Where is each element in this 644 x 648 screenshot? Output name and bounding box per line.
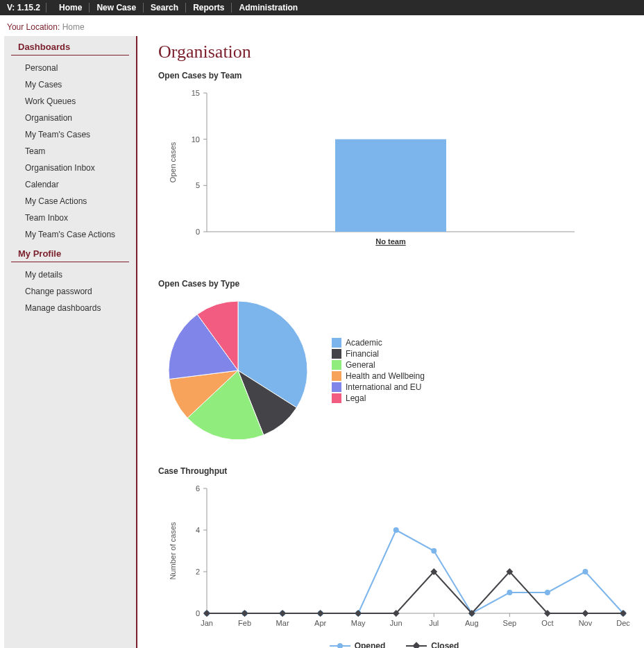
- sidebar-item-my-details[interactable]: My details: [4, 266, 136, 283]
- svg-text:2: 2: [196, 568, 200, 576]
- sidebar-item-my-cases[interactable]: My Cases: [4, 76, 136, 93]
- svg-point-54: [431, 548, 437, 554]
- chart-title-type: Open Cases by Type: [158, 279, 630, 289]
- svg-rect-64: [355, 610, 362, 617]
- svg-text:Jul: Jul: [429, 619, 439, 627]
- line-legend: Opened Closed: [158, 641, 630, 648]
- sidebar-item-personal[interactable]: Personal: [4, 60, 136, 76]
- pie-legend: Academic Financial General Health and We…: [332, 336, 425, 404]
- legend-intl[interactable]: International and EU: [332, 382, 425, 392]
- chart-open-cases-by-type: Open Cases by Type Academic Financial Ge…: [158, 279, 630, 447]
- legend-closed[interactable]: Closed: [406, 641, 459, 648]
- svg-text:0: 0: [196, 609, 200, 617]
- svg-text:5: 5: [196, 181, 200, 189]
- legend-health[interactable]: Health and Wellbeing: [332, 371, 425, 381]
- sidebar-item-work-queues[interactable]: Work Queues: [4, 93, 136, 110]
- svg-rect-60: [203, 610, 210, 617]
- legend-academic[interactable]: Academic: [332, 338, 425, 348]
- svg-point-56: [507, 590, 512, 595]
- breadcrumb-label: Your Location:: [7, 22, 60, 32]
- chart-open-cases-by-team: Open Cases by Team 051015Open casesNo te…: [158, 71, 630, 259]
- sidebar-list-my-profile: My details Change password Manage dashbo…: [4, 266, 136, 316]
- breadcrumb: Your Location: Home: [0, 15, 644, 36]
- svg-text:15: 15: [192, 89, 200, 97]
- legend-opened[interactable]: Opened: [330, 641, 386, 648]
- sidebar-item-change-password[interactable]: Change password: [4, 283, 136, 300]
- sidebar-item-team-inbox[interactable]: Team Inbox: [4, 210, 136, 226]
- svg-rect-70: [582, 610, 589, 617]
- svg-text:Mar: Mar: [276, 619, 289, 627]
- sidebar-item-calendar[interactable]: Calendar: [4, 176, 136, 193]
- nav-home[interactable]: Home: [52, 3, 90, 12]
- page-title: Organisation: [158, 42, 630, 62]
- svg-text:May: May: [351, 619, 366, 627]
- svg-text:4: 4: [196, 526, 200, 534]
- sidebar-heading-my-profile: My Profile: [11, 243, 129, 262]
- sidebar-item-my-teams-case-actions[interactable]: My Team's Case Actions: [4, 226, 136, 243]
- svg-text:Feb: Feb: [238, 619, 251, 627]
- sidebar-item-organisation[interactable]: Organisation: [4, 110, 136, 126]
- svg-text:Aug: Aug: [465, 619, 479, 627]
- sidebar-item-manage-dashboards[interactable]: Manage dashboards: [4, 300, 136, 316]
- legend-general[interactable]: General: [332, 360, 425, 370]
- main-content: Organisation Open Cases by Team 051015Op…: [137, 36, 644, 648]
- line-chart-svg: 0246JanFebMarAprMayJunJulAugSepOctNovDec…: [158, 481, 630, 634]
- nav-reports[interactable]: Reports: [186, 3, 232, 12]
- legend-financial[interactable]: Financial: [332, 349, 425, 359]
- svg-text:6: 6: [196, 484, 200, 493]
- svg-text:No team: No team: [375, 237, 406, 246]
- svg-point-58: [582, 569, 588, 574]
- svg-text:Open cases: Open cases: [169, 142, 177, 182]
- svg-rect-11: [335, 139, 446, 232]
- svg-rect-62: [279, 610, 286, 617]
- sidebar-item-my-teams-cases[interactable]: My Team's Cases: [4, 126, 136, 143]
- sidebar-heading-dashboards: Dashboards: [11, 36, 129, 56]
- svg-point-57: [545, 590, 550, 595]
- svg-text:Jun: Jun: [390, 619, 402, 627]
- bar-chart-svg: 051015Open casesNo team: [158, 86, 588, 259]
- sidebar-item-team[interactable]: Team: [4, 143, 136, 160]
- svg-text:0: 0: [196, 228, 200, 236]
- version-label: V: 1.15.2: [7, 3, 46, 12]
- svg-rect-61: [242, 610, 248, 617]
- nav-new-case[interactable]: New Case: [90, 3, 144, 12]
- breadcrumb-location: Home: [62, 22, 85, 32]
- chart-case-throughput: Case Throughput 0246JanFebMarAprMayJunJu…: [158, 466, 630, 648]
- nav-search[interactable]: Search: [144, 3, 186, 12]
- svg-text:Dec: Dec: [616, 619, 630, 627]
- sidebar: Dashboards Personal My Cases Work Queues…: [4, 36, 137, 648]
- svg-text:Apr: Apr: [314, 619, 326, 627]
- nav-administration[interactable]: Administration: [232, 3, 305, 12]
- svg-text:Oct: Oct: [541, 619, 553, 627]
- sidebar-item-organisation-inbox[interactable]: Organisation Inbox: [4, 160, 136, 176]
- svg-text:Number of cases: Number of cases: [169, 522, 177, 580]
- chart-title-throughput: Case Throughput: [158, 466, 630, 476]
- legend-legal[interactable]: Legal: [332, 393, 425, 403]
- svg-text:Nov: Nov: [579, 619, 593, 627]
- svg-text:Jan: Jan: [201, 619, 213, 627]
- svg-rect-63: [317, 610, 324, 617]
- chart-title-team: Open Cases by Team: [158, 71, 630, 80]
- svg-text:Sep: Sep: [503, 619, 517, 627]
- sidebar-list-dashboards: Personal My Cases Work Queues Organisati…: [4, 60, 136, 243]
- svg-text:10: 10: [192, 135, 200, 144]
- sidebar-item-my-case-actions[interactable]: My Case Actions: [4, 193, 136, 210]
- svg-point-53: [393, 527, 399, 533]
- top-navigation: V: 1.15.2 Home New Case Search Reports A…: [0, 0, 644, 15]
- pie-chart-svg: [158, 294, 318, 447]
